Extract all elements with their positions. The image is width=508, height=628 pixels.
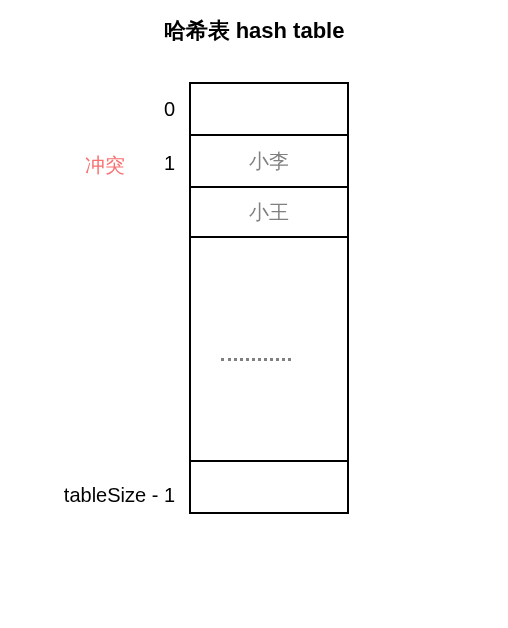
hash-slot-1b: 小王 [191, 188, 347, 238]
index-label-1: 1 [155, 152, 175, 175]
hash-slot-last [191, 462, 347, 514]
hash-slot-1b-value: 小王 [249, 199, 289, 226]
hash-slot-0 [191, 84, 347, 136]
hash-slot-1a-value: 小李 [249, 148, 289, 175]
diagram-title: 哈希表 hash table [0, 16, 508, 46]
hash-table-column: 小李 小王 [189, 82, 349, 514]
collision-label: 冲突 [85, 152, 125, 179]
ellipsis-icon [221, 358, 291, 361]
index-label-last: tableSize - 1 [25, 484, 175, 507]
index-label-0: 0 [155, 98, 175, 121]
hash-slot-1a: 小李 [191, 136, 347, 188]
hash-slot-ellipsis [191, 238, 347, 462]
hash-table-diagram: 哈希表 hash table 小李 小王 0 冲突 1 tableSize - … [0, 0, 508, 628]
